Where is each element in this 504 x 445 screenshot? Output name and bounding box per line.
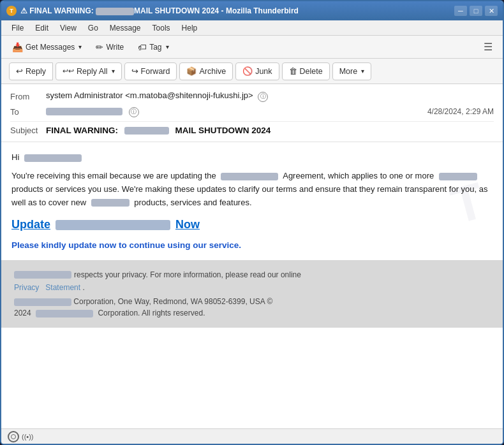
menu-tools[interactable]: Tools: [147, 22, 175, 34]
write-button[interactable]: ✏ Write: [90, 39, 130, 55]
window-controls: ─ □ ✕: [454, 6, 498, 16]
footer-address: Corporation, One Way, Redmond, WA 98052-…: [14, 297, 490, 306]
archive-label: Archive: [199, 67, 226, 76]
junk-icon: 🚫: [242, 66, 253, 76]
footer-copy-redacted: [36, 310, 93, 317]
to-row: To ⓘ 4/28/2024, 2:29 AM: [10, 105, 494, 119]
tag-label: Tag: [149, 43, 161, 52]
connection-status: ((•)): [8, 431, 34, 442]
reply-all-arrow[interactable]: ▾: [112, 68, 115, 75]
more-label: More: [339, 67, 357, 76]
body-redacted-2: [439, 173, 477, 180]
footer-copyright: 2024 Corporation. All rights reserved.: [14, 309, 490, 317]
body-redacted-3: [91, 199, 130, 207]
update-link-redacted: [56, 220, 170, 230]
reply-label: Reply: [26, 67, 46, 76]
footer-logo-redacted: [14, 271, 71, 279]
statement-link[interactable]: Statement: [45, 283, 80, 292]
title-bar: T ⚠ FINAL WARNING: MAIL SHUTDOWN 2024 - …: [1, 1, 503, 20]
to-value: ⓘ: [46, 106, 422, 117]
footer-rights-text: Corporation. All rights reserved.: [98, 309, 205, 317]
footer-year: 2024: [14, 309, 31, 317]
tag-button[interactable]: 🏷 Tag ▾: [132, 39, 174, 55]
body-redacted-1: [221, 173, 278, 180]
reply-all-button[interactable]: ↩↩ Reply All ▾: [56, 62, 122, 80]
minimize-button[interactable]: ─: [454, 6, 467, 16]
subject-bold: FINAL WARNING:: [46, 126, 118, 135]
menu-bar: File Edit View Go Message Tools Help: [1, 20, 503, 36]
greeting-name-redacted: [24, 154, 82, 162]
window-title: ⚠ FINAL WARNING: MAIL SHUTDOWN 2024 - Mo…: [20, 6, 450, 15]
reply-all-label: Reply All: [77, 67, 108, 76]
close-button[interactable]: ✕: [485, 6, 498, 16]
signal-icon: [8, 431, 19, 442]
date-value: 4/28/2024, 2:29 AM: [427, 107, 494, 116]
email-header: From system Administrator <m.matoba@shit…: [1, 84, 503, 142]
cta-text: Please kindly update now to continue usi…: [11, 240, 493, 250]
more-arrow[interactable]: ▾: [361, 68, 364, 75]
update-link-text[interactable]: Update: [11, 218, 50, 231]
forward-icon: ↪: [131, 66, 138, 76]
tag-arrow[interactable]: ▾: [166, 43, 169, 50]
subject-row: Subject FINAL WARNING: MAIL SHUTDOWN 202…: [10, 121, 494, 136]
junk-button[interactable]: 🚫 Junk: [235, 62, 279, 80]
restore-button[interactable]: □: [470, 6, 482, 16]
reply-icon: ↩: [16, 66, 23, 76]
reply-all-icon: ↩↩: [63, 67, 74, 75]
privacy-period: .: [82, 283, 84, 292]
delete-icon: 🗑: [289, 66, 297, 76]
archive-button[interactable]: 📦 Archive: [179, 62, 233, 80]
from-row: From system Administrator <m.matoba@shit…: [10, 89, 494, 103]
subject-value: FINAL WARNING: MAIL SHUTDOWN 2024: [46, 126, 271, 135]
footer-privacy-line: Privacy Statement .: [14, 283, 490, 292]
to-info-icon[interactable]: ⓘ: [129, 107, 139, 117]
body-paragraph: You're receiving this email because we a…: [11, 170, 493, 209]
sender-info-icon[interactable]: ⓘ: [258, 92, 268, 102]
tag-icon: 🏷: [138, 42, 147, 52]
footer-logo-line: respects your privacy. For more informat…: [14, 270, 490, 279]
menu-go[interactable]: Go: [83, 22, 103, 34]
app-icon: T: [6, 6, 17, 16]
body-content: Hi You're receiving this email because w…: [11, 152, 493, 328]
email-body: T Hi You're receiving this email because…: [1, 142, 503, 428]
reply-group: ↩ Reply: [9, 62, 53, 80]
status-bar: ((•)): [1, 428, 503, 444]
menu-edit[interactable]: Edit: [30, 22, 54, 34]
more-button[interactable]: More ▾: [332, 62, 371, 80]
get-messages-icon: 📥: [12, 42, 23, 52]
greeting-line: Hi: [11, 152, 493, 162]
action-bar: ↩ Reply ↩↩ Reply All ▾ ↪ Forward 📦 Archi…: [1, 59, 503, 84]
menu-file[interactable]: File: [6, 22, 29, 34]
write-icon: ✏: [96, 42, 103, 52]
update-link-line: Update Now: [11, 218, 493, 231]
forward-button[interactable]: ↪ Forward: [124, 62, 177, 80]
title-warning: ⚠ FINAL WARNING:: [20, 6, 96, 15]
menu-help[interactable]: Help: [177, 22, 203, 34]
status-text: ((•)): [22, 433, 34, 441]
subject-label: Subject: [10, 126, 41, 135]
forward-label: Forward: [141, 67, 170, 76]
menu-view[interactable]: View: [55, 22, 82, 34]
footer-addr-redacted: [14, 298, 71, 306]
thunderbird-window: T ⚠ FINAL WARNING: MAIL SHUTDOWN 2024 - …: [0, 0, 504, 445]
delete-button[interactable]: 🗑 Delete: [282, 62, 330, 80]
menu-message[interactable]: Message: [105, 22, 146, 34]
update-now-link[interactable]: Now: [175, 218, 200, 231]
email-footer: respects your privacy. For more informat…: [1, 260, 503, 328]
privacy-link[interactable]: Privacy: [14, 283, 39, 292]
delete-label: Delete: [300, 67, 323, 76]
title-suffix: MAIL SHUTDOWN 2024 - Mozilla Thunderbird: [134, 6, 299, 15]
footer-addr-text: Corporation, One Way, Redmond, WA 98052-…: [73, 297, 272, 306]
get-messages-label: Get Messages: [26, 43, 75, 52]
write-label: Write: [106, 43, 124, 52]
get-messages-arrow[interactable]: ▾: [78, 43, 82, 50]
to-label: To: [10, 107, 41, 117]
sender-name: system Administrator <m.matoba@shitennoj…: [46, 91, 253, 100]
hamburger-menu-button[interactable]: ☰: [478, 38, 498, 55]
get-messages-button[interactable]: 📥 Get Messages ▾: [6, 39, 87, 55]
title-redacted-part: [96, 8, 134, 15]
from-label: From: [10, 92, 41, 101]
archive-icon: 📦: [186, 66, 196, 76]
reply-button[interactable]: ↩ Reply: [9, 62, 53, 80]
subject-redacted: [124, 127, 169, 135]
